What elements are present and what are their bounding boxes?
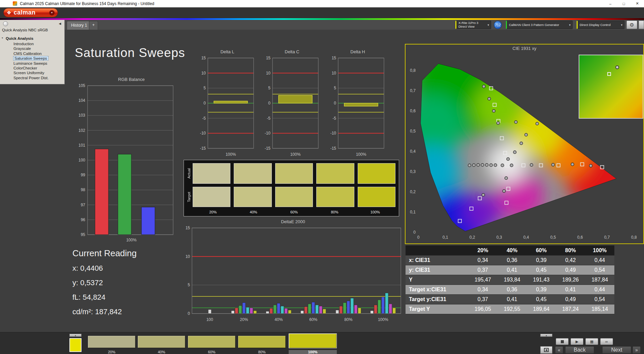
play-button[interactable]: ▶: [571, 338, 583, 345]
current-reading-title: Current Reading: [72, 248, 137, 259]
delta-h-title: Delta H: [327, 49, 388, 55]
next-chevron-button[interactable]: »: [633, 346, 641, 354]
svg-text:0,8: 0,8: [631, 235, 637, 240]
svg-text:15: 15: [266, 56, 271, 60]
pattern-bar: ▲ 20%40%60%80%100% ▲ ▶ ▦ ∞ « Back Next »: [0, 332, 644, 354]
close-button[interactable]: ✕: [631, 0, 644, 7]
table-row: Target x:CIE310,340,360,390,410,44: [406, 285, 614, 295]
active-pattern-color[interactable]: [69, 338, 82, 352]
svg-text:15: 15: [186, 226, 190, 230]
calman-menu-button[interactable]: ❖ calman ▼: [3, 8, 58, 17]
window-controls: – □ ✕: [604, 0, 644, 7]
pattern-label: 60%: [188, 350, 236, 354]
expand-patterns-button[interactable]: ▲: [69, 334, 82, 337]
cie-measurement-marker: [488, 97, 491, 100]
sidebar-item-spectral-power-dist-[interactable]: Spectral Power Dist.: [0, 76, 64, 80]
back-chevron-button[interactable]: «: [555, 346, 563, 354]
session-options-button[interactable]: [3, 21, 8, 26]
tree-expander-icon: ▾: [2, 36, 3, 39]
actual-swatch-60%: [275, 163, 313, 184]
chevron-down-icon: ▾: [619, 23, 624, 27]
tab-history-1[interactable]: History 1: [67, 21, 91, 30]
svg-text:100: 100: [206, 317, 213, 322]
save-button[interactable]: ▦: [585, 338, 598, 345]
rgb-balance-title: RGB Balance: [72, 77, 176, 83]
table-col-header: 60%: [527, 247, 556, 254]
delta-c-title: Delta C: [262, 49, 322, 55]
pattern-label: 40%: [137, 350, 186, 354]
sidebar-item-cms-calibration[interactable]: CMS Calibration: [0, 51, 64, 56]
minimize-button[interactable]: –: [604, 0, 617, 7]
bar-blue: [141, 207, 155, 235]
svg-text:100%: 100%: [356, 152, 366, 157]
rgb-balance-chart: RGB Balance 9596979899100101102103104105…: [72, 77, 176, 245]
cie-measurement-marker: [520, 142, 523, 145]
back-button[interactable]: Back: [565, 346, 594, 354]
svg-text:15: 15: [332, 56, 336, 60]
pattern-button-80%[interactable]: [238, 335, 286, 348]
cie-measurement-marker: [494, 164, 497, 167]
loop-button[interactable]: ∞: [600, 338, 613, 345]
cie-measurement-marker: [482, 85, 485, 88]
meter-dropdown[interactable]: X-Rite i1Pro 3 Direct View ▾: [455, 21, 491, 29]
svg-text:-5: -5: [267, 116, 270, 121]
tab-add[interactable]: +: [89, 21, 98, 30]
maximize-button[interactable]: □: [617, 0, 631, 7]
pattern-window-button[interactable]: [540, 346, 552, 354]
svg-text:-15: -15: [330, 146, 336, 151]
collapse-sidebar-button[interactable]: ◀: [57, 22, 63, 25]
cie-measurement-marker: [503, 189, 506, 193]
expand-controls-button[interactable]: ▲: [540, 334, 552, 337]
svg-text:-10: -10: [330, 131, 336, 136]
delta-l-svg: -15-10-5051015100%: [197, 55, 258, 157]
svg-text:0,6: 0,6: [410, 109, 416, 113]
window-title: Calman 2025 Calman Ultimate for Business…: [20, 1, 154, 6]
source-dropdown[interactable]: CalMAN Client 3 Pattern Generator ▾: [506, 21, 573, 29]
sidebar-item-saturation-sweeps[interactable]: Saturation Sweeps: [0, 56, 64, 61]
tree-root[interactable]: ▾ Quick Analysis: [0, 36, 64, 40]
cie-measurement-marker: [497, 122, 500, 125]
target-swatch-40%: [234, 187, 271, 207]
display-control-dropdown[interactable]: Direct Display Control ▾: [577, 21, 624, 29]
save-icon: ▦: [590, 340, 593, 344]
sidebar-item-luminance-sweeps[interactable]: Luminance Sweeps: [0, 61, 64, 66]
table-row: Y195,47193,84191,43189,26187,84: [406, 275, 614, 285]
cie-measurement-marker: [513, 151, 516, 154]
svg-text:0: 0: [268, 101, 270, 106]
reading-value: fL: 54,824: [72, 293, 137, 302]
deltae2000-chart: DeltaE 2000 05101510020%40%60%80%100%: [182, 219, 404, 324]
pattern-button-40%[interactable]: [137, 335, 186, 348]
panel-edge-button[interactable]: [639, 21, 644, 29]
play-icon: ▶: [576, 340, 578, 344]
sidebar-item-colorchecker[interactable]: ColorChecker: [0, 66, 64, 70]
sidebar-item-grayscale[interactable]: Grayscale: [0, 46, 64, 51]
pattern-button-20%[interactable]: [88, 335, 136, 348]
swatch-col-label: 20%: [193, 210, 233, 215]
sidebar-item-screen-uniformity[interactable]: Screen Uniformity: [0, 70, 64, 75]
svg-text:0,8: 0,8: [410, 68, 416, 73]
delta-h-svg: -15-10-5051015100%: [327, 55, 388, 157]
svg-text:5: 5: [334, 86, 336, 90]
svg-text:-10: -10: [200, 131, 206, 136]
source-label: CalMAN Client 3 Pattern Generator: [507, 23, 559, 27]
target-swatch-row: [193, 187, 395, 207]
table-col-header: 40%: [497, 247, 527, 254]
actual-swatch-100%: [358, 163, 395, 184]
next-button[interactable]: Next: [602, 346, 631, 354]
cie-measurement-marker: [473, 164, 476, 167]
actual-swatch-80%: [316, 163, 354, 184]
settings-button[interactable]: ⚙: [626, 21, 637, 29]
svg-text:0: 0: [334, 101, 336, 106]
svg-text:5: 5: [188, 283, 190, 287]
cie-measurement-marker: [482, 194, 485, 197]
meter-label: X-Rite i1Pro 3 Direct View: [456, 21, 478, 28]
cie-measurement-marker: [490, 164, 493, 167]
svg-text:101: 101: [78, 143, 85, 148]
calman-logo-icon: ❖: [7, 10, 11, 16]
sidebar-item-introduction[interactable]: Introduction: [0, 41, 64, 46]
table-row: y: CIE310,370,410,450,490,54: [406, 265, 614, 275]
pattern-button-60%[interactable]: [188, 335, 236, 348]
stop-button[interactable]: [556, 338, 569, 345]
pattern-button-100%[interactable]: [289, 333, 337, 348]
svg-text:0,7: 0,7: [410, 88, 416, 93]
